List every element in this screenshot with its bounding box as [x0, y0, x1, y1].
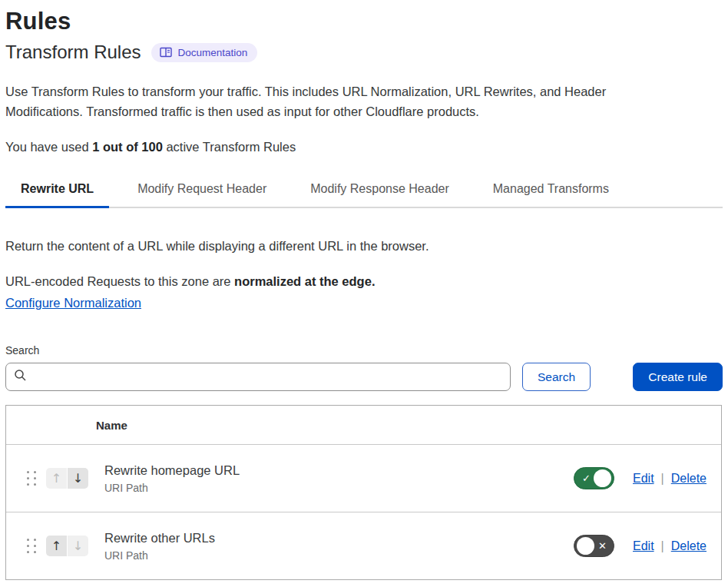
rule-type: URI Path [104, 549, 215, 562]
tab-modify-response-header[interactable]: Modify Response Header [295, 177, 465, 208]
rule-enabled-toggle[interactable]: ✕ [574, 535, 614, 557]
action-separator: | [661, 539, 664, 553]
move-button-group: ↑ ↓ [46, 536, 88, 556]
usage-suffix: active Transform Rules [163, 140, 296, 154]
move-up-button[interactable]: ↑ [46, 536, 67, 556]
documentation-badge-label: Documentation [177, 47, 247, 58]
table-header: Name [6, 406, 721, 444]
page-title: Rules [5, 8, 723, 35]
move-down-button: ↓ [68, 536, 88, 556]
table-row: ↑ ↓ Rewrite homepage URL URI Path ✓ Edit… [6, 444, 721, 512]
delete-link[interactable]: Delete [671, 539, 706, 553]
actions-cell: Edit | Delete [633, 539, 706, 553]
book-icon [160, 47, 172, 58]
configure-normalization-link[interactable]: Configure Normalization [5, 296, 141, 310]
reorder-cell: ↑ ↓ [25, 468, 88, 489]
rules-table: Name ↑ ↓ Rewrite homepage URL URI Path ✓ [5, 405, 722, 580]
rule-name-cell: Rewrite other URLs URI Path [104, 531, 215, 562]
check-icon: ✓ [582, 473, 591, 484]
search-input[interactable] [33, 370, 502, 383]
cross-icon: ✕ [598, 540, 607, 552]
down-arrow-icon: ↓ [73, 539, 83, 553]
usage-count: 1 out of 100 [92, 140, 163, 154]
edit-link[interactable]: Edit [633, 472, 654, 486]
toggle-cell: ✓ [574, 467, 614, 489]
move-down-button[interactable]: ↓ [68, 468, 88, 489]
usage-prefix: You have used [5, 140, 92, 154]
usage-line: You have used 1 out of 100 active Transf… [5, 140, 723, 154]
table-row: ↑ ↓ Rewrite other URLs URI Path ✕ Edit |… [6, 512, 721, 579]
move-button-group: ↑ ↓ [46, 468, 88, 489]
search-button[interactable]: Search [522, 363, 591, 391]
search-box[interactable] [5, 363, 511, 391]
create-rule-button[interactable]: Create rule [633, 363, 723, 391]
rule-enabled-toggle[interactable]: ✓ [574, 467, 614, 489]
tab-modify-request-header[interactable]: Modify Request Header [122, 177, 282, 208]
documentation-badge[interactable]: Documentation [151, 43, 257, 62]
page-subtitle: Transform Rules [5, 41, 141, 63]
drag-handle-icon[interactable] [25, 469, 39, 488]
toggle-knob [577, 537, 594, 555]
drag-handle-icon[interactable] [25, 536, 39, 555]
rule-type: URI Path [104, 482, 240, 494]
edit-link[interactable]: Edit [633, 539, 654, 553]
search-label: Search [5, 344, 723, 357]
action-separator: | [661, 472, 664, 486]
rule-name: Rewrite other URLs [104, 531, 215, 546]
tab-rewrite-url[interactable]: Rewrite URL [5, 177, 109, 208]
page-description: Use Transform Rules to transform your tr… [5, 81, 612, 121]
up-arrow-icon: ↑ [51, 539, 61, 553]
name-column-header: Name [96, 419, 127, 432]
reorder-cell: ↑ ↓ [25, 536, 88, 556]
rule-name: Rewrite homepage URL [104, 463, 240, 478]
rule-name-cell: Rewrite homepage URL URI Path [104, 463, 240, 494]
search-row: Search Create rule [5, 363, 723, 391]
up-arrow-icon: ↑ [51, 471, 61, 486]
tab-managed-transforms[interactable]: Managed Transforms [478, 177, 624, 208]
subtitle-row: Transform Rules Documentation [5, 41, 723, 63]
search-icon [14, 369, 33, 385]
tab-bar: Rewrite URL Modify Request Header Modify… [5, 177, 723, 208]
toggle-cell: ✕ [574, 535, 614, 557]
tab-description: Return the content of a URL while displa… [5, 239, 723, 254]
actions-cell: Edit | Delete [633, 472, 706, 486]
normalization-prefix: URL-encoded Requests to this zone are [5, 274, 234, 288]
toggle-knob [594, 469, 611, 487]
down-arrow-icon: ↓ [73, 471, 83, 486]
move-up-button: ↑ [46, 468, 67, 489]
transform-rules-page: Rules Transform Rules Documentation Use … [0, 0, 728, 580]
normalization-bold: normalized at the edge. [234, 274, 375, 288]
normalization-status: URL-encoded Requests to this zone are no… [5, 274, 723, 289]
delete-link[interactable]: Delete [671, 472, 706, 486]
